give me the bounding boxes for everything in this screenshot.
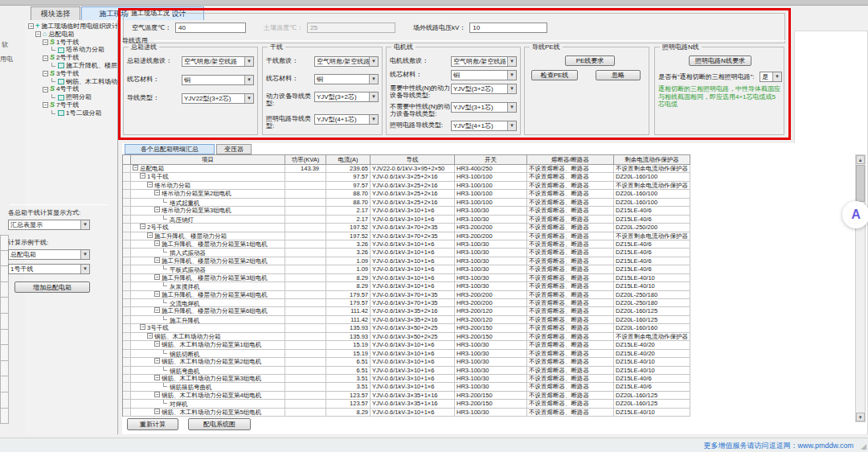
tree-item[interactable]: 施工升降机、楼层动力分箱 (25, 62, 117, 70)
chevron-down-icon[interactable]: ▼ (244, 57, 253, 66)
chevron-down-icon[interactable]: ▼ (507, 103, 516, 112)
collapse-icon[interactable]: − (140, 224, 145, 229)
tree-item[interactable]: 1号二级分箱 (25, 109, 117, 117)
table-row[interactable]: 平板式振动器1.09YJV-0.6/1kV-3×10+1×6HR3-100/30… (123, 265, 690, 273)
pe-check-button[interactable]: 检查PE线 (531, 70, 578, 80)
table-row[interactable]: −钢筋、木工料场动力分箱135.93YJV-0.6/1kV-3×50+2×25H… (123, 333, 690, 341)
chevron-down-icon[interactable]: ▼ (369, 92, 378, 101)
collapse-icon[interactable]: − (154, 307, 160, 313)
collapse-icon[interactable]: − (140, 173, 145, 179)
collapse-icon[interactable]: − (154, 240, 160, 246)
collapse-icon[interactable]: − (154, 291, 160, 297)
table-row[interactable]: −施工升降机、楼层动力分箱至第2组电机1.09YJV-0.6/1kV-3×10+… (123, 257, 690, 265)
pe-requirement-button[interactable]: PE线要求 (565, 55, 615, 66)
scroll-down-icon[interactable]: ▼ (856, 413, 865, 421)
column-header[interactable]: 项目 (131, 155, 285, 165)
tree-item[interactable]: 照明分箱 (25, 93, 117, 101)
collapse-icon[interactable]: − (147, 232, 153, 238)
table-row[interactable]: 高压钠灯2.17YJV-0.6/1kV-3×10+1×6HR3-100/30不设… (123, 216, 690, 224)
table-row[interactable]: −2号干线197.52YJV-0.6/1kV-3×70+2×35HR3-200/… (123, 224, 690, 232)
collapse-icon[interactable]: − (147, 333, 153, 339)
table-row[interactable]: −总配电箱143.39239.65YJV22-0.6/1kV-3×95+2×50… (123, 165, 690, 173)
table-row[interactable]: −钢筋、木工料场动力分箱至第2组电机6.51YJV-0.6/1kV-3×10+1… (123, 358, 690, 366)
tree-item[interactable]: −+施工现场临时用电组织设计 (25, 23, 117, 31)
table-row[interactable]: 钢筋切断机15.19YJV-0.6/1kV-3×10+1×6HR3-100/30… (123, 350, 690, 358)
column-header[interactable]: 剩余电流动作保护器 (614, 155, 690, 165)
tab-module-select[interactable]: 模块选择 (31, 6, 80, 20)
value-added-services-link[interactable]: 更多增值服务请访问逗逗网：www.pmddw.com (703, 441, 854, 451)
field-select[interactable]: YJV型(3+2芯)▼ (314, 92, 379, 102)
table-row[interactable]: −1号干线97.57YJV-0.6/1kV-3×25+2×16HR3-100/1… (123, 173, 690, 181)
table-row[interactable]: −钢筋、木工料场动力分箱至第5组电机8.29YJV-0.6/1kV-3×10+1… (123, 409, 690, 417)
tab-transformer[interactable]: 变压器 (216, 144, 252, 154)
collapse-icon[interactable]: − (154, 341, 160, 347)
collapse-icon[interactable]: − (147, 182, 153, 187)
field-select[interactable]: YJV型(4+1芯)▼ (451, 121, 517, 131)
table-row[interactable]: 钢筋弯曲机6.51YJV-0.6/1kV-3×10+1×6HR3-100/30不… (123, 367, 690, 375)
collapse-icon[interactable]: − (133, 165, 138, 171)
column-header[interactable]: 功率(KVA) (285, 155, 326, 165)
chevron-down-icon[interactable]: ▼ (507, 84, 516, 93)
table-row[interactable]: −3号干线135.93YJV-0.6/1kV-3×50+2×25HR3-200/… (123, 324, 690, 332)
chevron-down-icon[interactable]: ▼ (80, 250, 89, 259)
table-row[interactable]: 交流电焊机179.57YJV-0.6/1kV-3×70+1×35HR3-200/… (123, 299, 690, 307)
three-phase-lighting-select[interactable]: 是▼ (760, 72, 782, 82)
collapse-icon[interactable]: − (154, 207, 160, 212)
collapse-icon[interactable]: − (43, 39, 48, 45)
tree-item[interactable]: −S3号干线 (25, 70, 117, 78)
table-row[interactable]: −塔吊动力分箱97.57YJV-0.6/1kV-3×25+2×16HR3-100… (123, 182, 690, 190)
distribution-diagram-button[interactable]: 配电系统图 (188, 418, 251, 430)
chevron-down-icon[interactable]: ▼ (80, 220, 89, 229)
table-row[interactable]: −施工升降机、楼层动力分箱至第1组电机3.26YJV-0.6/1kV-3×10+… (123, 240, 690, 249)
table-row[interactable]: −塔吊动力分箱至第3组电机2.17YJV-0.6/1kV-3×10+1×6HR3… (123, 207, 690, 215)
chevron-down-icon[interactable]: ▼ (507, 71, 516, 80)
table-row[interactable]: −施工升降机、楼层动力分箱至第4组电机179.57YJV-0.6/1kV-3×7… (123, 291, 690, 299)
collapse-icon[interactable]: − (35, 31, 41, 37)
tree-item[interactable]: 钢筋、木工料场动力分箱 (25, 78, 117, 86)
tree-item[interactable]: −⌂总配电箱 (25, 31, 117, 39)
chevron-down-icon[interactable]: ▼ (772, 72, 781, 81)
display-mode-select[interactable]: 汇总表显示▼ (8, 220, 90, 230)
example-trunk-select[interactable]: 1号干线▼ (8, 264, 90, 274)
collapse-icon[interactable]: − (154, 257, 160, 263)
table-row[interactable]: −施工升降机、楼层动力分箱至第6组电机111.42YJV-0.6/1kV-3×3… (123, 307, 690, 315)
column-header[interactable]: 熔断器/断路器 (527, 155, 614, 165)
assistant-badge[interactable]: A (842, 201, 868, 228)
field-select[interactable]: 铜▼ (451, 70, 517, 80)
field-select[interactable]: 空气明敷/架空线路▼ (314, 56, 379, 67)
chevron-down-icon[interactable]: ▼ (507, 57, 516, 66)
collapse-icon[interactable]: − (43, 87, 48, 92)
collapse-icon[interactable]: − (154, 375, 160, 380)
collapse-icon[interactable]: − (154, 409, 160, 414)
tree-item[interactable]: −S2号干线 (25, 54, 117, 62)
table-row[interactable]: 灰浆搅拌机8.29YJV-0.6/1kV-3×10+1×6HR3-100/30不… (123, 282, 690, 290)
chevron-down-icon[interactable]: ▼ (244, 76, 253, 84)
table-row[interactable]: −钢筋、木工料场动力分箱至第3组电机3.51YJV-0.6/1kV-3×10+1… (123, 375, 690, 383)
collapse-icon[interactable]: − (154, 392, 160, 397)
add-distribution-box-button[interactable]: 增加总配电箱 (14, 281, 90, 293)
table-row[interactable]: 对焊机123.57YJV-0.6/1kV-3×35+1×16HR3-200/15… (123, 400, 690, 408)
table-row[interactable]: −施工升降机、楼层动力分箱197.52YJV-0.6/1kV-3×70+2×35… (123, 232, 690, 240)
scrollbar-thumb[interactable] (856, 165, 865, 202)
tree-item[interactable]: −S1号干线 (25, 39, 117, 47)
chevron-down-icon[interactable]: ▼ (507, 121, 516, 130)
pe-ignore-button[interactable]: 忽略 (596, 70, 641, 80)
column-header[interactable]: 开关 (455, 155, 527, 165)
table-row[interactable]: −塔吊动力分箱至第2组电机88.70YJV-0.6/1kV-3×25+2×16H… (123, 190, 690, 198)
tree-item[interactable]: −S4号干线 (25, 85, 117, 93)
table-row[interactable]: −钢筋、木工料场动力分箱至第1组电机15.19YJV-0.6/1kV-3×10+… (123, 341, 690, 349)
tree-item[interactable]: −S7号干线 (25, 101, 117, 109)
example-box-select[interactable]: 总配电箱▼ (8, 249, 90, 260)
collapse-icon[interactable]: − (154, 190, 160, 195)
chevron-down-icon[interactable]: ▼ (369, 57, 378, 66)
field-select[interactable]: YJV型(3+1芯)▼ (451, 102, 517, 113)
chevron-down-icon[interactable]: ▼ (369, 115, 378, 124)
field-select[interactable]: 空气明敷/架空线路▼ (451, 56, 517, 67)
table-scrollbar[interactable]: ▲ ▼ (855, 154, 866, 422)
column-header[interactable]: 电流(A) (326, 155, 371, 165)
line-voltage-input[interactable]: 10 (469, 23, 547, 33)
collapse-icon[interactable]: − (154, 274, 160, 280)
table-row[interactable]: 塔式起重机88.70YJV-0.6/1kV-3×25+2×16HR3-100/1… (123, 199, 690, 207)
table-row[interactable]: −施工升降机、楼层动力分箱至第3组电机8.29YJV-0.6/1kV-3×10+… (123, 274, 690, 282)
recalculate-button[interactable]: 重新计算 (127, 418, 178, 430)
